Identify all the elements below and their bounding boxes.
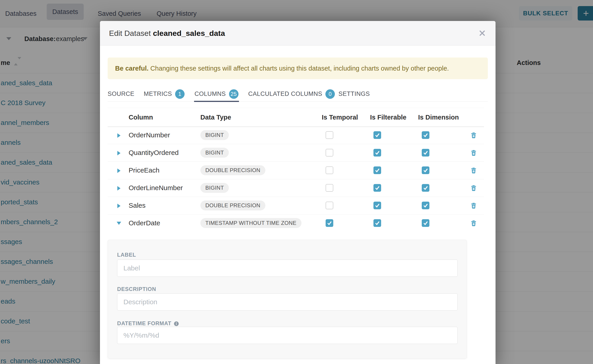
is-temporal-checkbox[interactable] <box>326 131 333 139</box>
check-icon <box>374 202 380 208</box>
is-filterable-checkbox[interactable] <box>373 219 381 227</box>
is-dimension-checkbox[interactable] <box>422 202 429 209</box>
column-name: PriceEach <box>129 162 159 179</box>
column-name: OrderLineNumber <box>129 179 183 197</box>
data-type-badge: TIMESTAMP WITHOUT TIME ZONE <box>200 218 302 228</box>
modal-title: Edit Dataset cleaned_sales_data <box>109 21 225 45</box>
label-input[interactable] <box>117 260 458 277</box>
data-type-badge: BIGINT <box>200 183 229 193</box>
is-filterable-checkbox[interactable] <box>373 202 381 209</box>
tab-badge: 0 <box>325 89 335 99</box>
is-filterable-checkbox[interactable] <box>373 184 381 192</box>
tab-calculated-columns[interactable]: CALCULATED COLUMNS0 <box>248 87 335 101</box>
trash-icon <box>470 184 477 192</box>
data-type-badge: BIGINT <box>200 148 229 158</box>
is-filterable-checkbox[interactable] <box>373 149 381 156</box>
column-row-ordernumber: OrderNumberBIGINT <box>108 126 484 144</box>
check-icon <box>327 220 332 226</box>
check-icon <box>374 185 380 191</box>
delete-column-button[interactable] <box>470 220 477 227</box>
trash-icon <box>470 132 477 139</box>
check-icon <box>423 202 428 208</box>
data-type-badge: DOUBLE PRECISION <box>200 201 265 210</box>
screen: DatabasesDatasetsSaved QueriesQuery Hist… <box>0 0 593 364</box>
column-header-data-type: Data Type <box>200 108 231 127</box>
tab-label: CALCULATED COLUMNS <box>248 91 322 98</box>
column-header-column: Column <box>129 108 153 127</box>
is-temporal-checkbox[interactable] <box>326 184 333 192</box>
modal-header: Edit Dataset cleaned_sales_data <box>100 21 495 46</box>
column-name: Sales <box>129 197 145 214</box>
description-field-label: DESCRIPTION <box>117 286 156 292</box>
label-field-label: LABEL <box>117 252 136 258</box>
datetime-format-input[interactable] <box>117 327 458 344</box>
tab-source[interactable]: SOURCE <box>108 87 134 101</box>
data-type-badge: DOUBLE PRECISION <box>200 165 265 175</box>
column-header-is-dimension: Is Dimension <box>418 108 459 127</box>
is-temporal-checkbox[interactable] <box>326 219 333 227</box>
delete-column-button[interactable] <box>470 132 477 139</box>
is-dimension-checkbox[interactable] <box>422 184 429 192</box>
description-input[interactable] <box>117 293 458 311</box>
warning-banner: Be careful. Changing these settings will… <box>108 58 488 79</box>
column-name: OrderNumber <box>129 126 170 144</box>
trash-icon <box>470 220 477 227</box>
is-dimension-checkbox[interactable] <box>422 219 429 227</box>
check-icon <box>374 167 380 173</box>
close-icon[interactable] <box>477 28 487 38</box>
column-row-orderdate: OrderDateTIMESTAMP WITHOUT TIME ZONE <box>108 214 484 232</box>
delete-column-button[interactable] <box>470 184 477 192</box>
check-icon <box>423 220 428 226</box>
expand-caret-icon[interactable] <box>117 204 120 208</box>
tab-label: SETTINGS <box>338 91 370 98</box>
is-temporal-checkbox[interactable] <box>326 166 333 174</box>
trash-icon <box>470 149 477 156</box>
expand-caret-icon[interactable] <box>117 133 120 138</box>
is-dimension-checkbox[interactable] <box>422 166 429 174</box>
check-icon <box>423 150 428 156</box>
is-filterable-checkbox[interactable] <box>373 166 381 174</box>
delete-column-button[interactable] <box>470 167 477 174</box>
check-icon <box>423 185 428 191</box>
tab-metrics[interactable]: METRICS1 <box>144 87 184 101</box>
data-type-badge: BIGINT <box>200 130 229 140</box>
column-detail-panel: LABEL DESCRIPTION DATETIME FORMAT <box>108 240 467 359</box>
is-filterable-checkbox[interactable] <box>373 131 381 139</box>
is-dimension-checkbox[interactable] <box>422 149 429 156</box>
dataset-name: cleaned_sales_data <box>153 29 225 38</box>
column-header-is-temporal: Is Temporal <box>322 108 358 127</box>
check-icon <box>374 150 380 156</box>
expand-caret-icon[interactable] <box>117 151 120 155</box>
delete-column-button[interactable] <box>470 202 477 209</box>
check-icon <box>423 132 428 138</box>
trash-icon <box>470 167 477 174</box>
check-icon <box>374 132 380 138</box>
delete-column-button[interactable] <box>470 149 477 156</box>
expand-caret-icon[interactable] <box>117 186 120 191</box>
expand-caret-icon[interactable] <box>117 169 120 173</box>
columns-table-header: ColumnData TypeIs TemporalIs FilterableI… <box>108 108 484 127</box>
is-temporal-checkbox[interactable] <box>326 202 333 209</box>
tab-label: COLUMNS <box>195 91 226 98</box>
modal-tabs: SOURCEMETRICS1COLUMNS25CALCULATED COLUMN… <box>108 87 488 102</box>
tab-badge: 25 <box>229 89 238 99</box>
tab-columns[interactable]: COLUMNS25 <box>195 87 238 101</box>
warning-bold: Be careful. <box>115 65 148 72</box>
column-name: QuantityOrdered <box>129 144 179 162</box>
is-dimension-checkbox[interactable] <box>422 131 429 139</box>
check-icon <box>423 167 428 173</box>
edit-dataset-modal: Edit Dataset cleaned_sales_data Be caref… <box>100 21 495 364</box>
tab-badge: 1 <box>175 89 184 99</box>
trash-icon <box>470 202 477 209</box>
column-header-is-filterable: Is Filterable <box>370 108 406 127</box>
tab-label: METRICS <box>144 91 172 98</box>
column-row-orderlinenumber: OrderLineNumberBIGINT <box>108 179 484 197</box>
tab-settings[interactable]: SETTINGS <box>338 87 370 101</box>
collapse-caret-icon[interactable] <box>117 222 121 225</box>
warning-text: Changing these settings will affect all … <box>148 65 449 72</box>
is-temporal-checkbox[interactable] <box>326 149 333 156</box>
column-row-quantityordered: QuantityOrderedBIGINT <box>108 144 484 162</box>
column-name: OrderDate <box>129 214 160 232</box>
check-icon <box>374 220 380 226</box>
tab-label: SOURCE <box>108 91 134 98</box>
